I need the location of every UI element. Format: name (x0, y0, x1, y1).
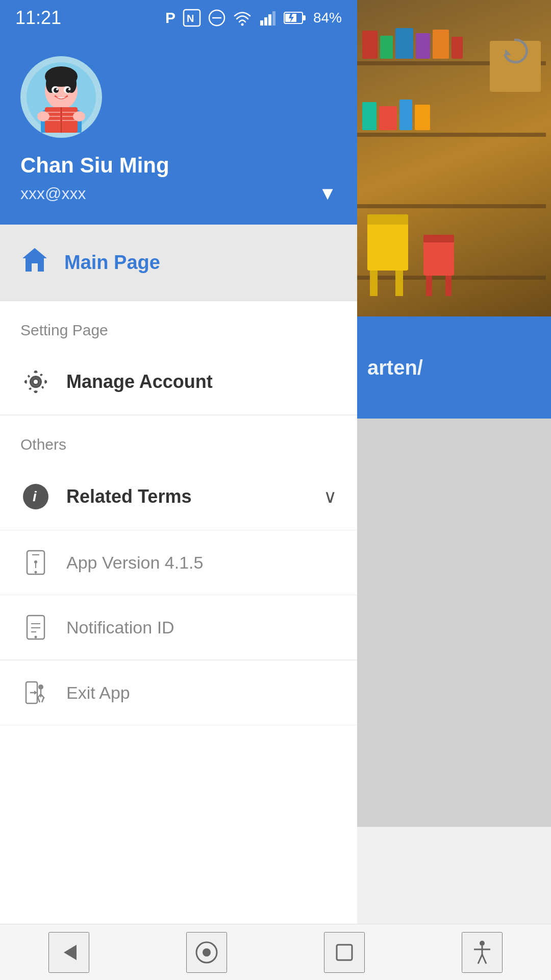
svg-rect-17 (395, 271, 403, 296)
svg-rect-14 (367, 219, 408, 271)
svg-rect-13 (415, 105, 430, 130)
svg-rect-21 (445, 276, 452, 296)
navigation-drawer: 11:21 P N (0, 0, 357, 980)
battery-percentage: 84% (313, 10, 342, 26)
dropdown-arrow-icon[interactable]: ▼ (318, 183, 337, 204)
svg-rect-98 (337, 945, 352, 960)
svg-point-70 (73, 111, 85, 121)
svg-marker-36 (505, 49, 511, 55)
svg-rect-10 (362, 102, 377, 130)
nav-item-notification-id[interactable]: Notification ID (0, 595, 357, 660)
svg-rect-48 (303, 15, 306, 20)
info-circle-icon: i (20, 483, 51, 510)
notification-svg-icon (23, 615, 48, 640)
svg-line-102 (478, 954, 482, 964)
user-name: Chan Siu Ming (20, 153, 337, 178)
svg-rect-8 (433, 30, 449, 59)
svg-rect-1 (357, 133, 546, 137)
exit-svg-icon (23, 680, 48, 705)
drawer-nav: Main Page Setting Page (0, 225, 357, 980)
drawer-header: Chan Siu Ming xxx@xxx ▼ (0, 36, 357, 225)
svg-point-59 (68, 88, 70, 90)
svg-rect-42 (260, 20, 263, 26)
exit-icon (20, 680, 51, 705)
svg-point-99 (480, 941, 485, 946)
user-email: xxx@xxx (20, 184, 86, 203)
related-terms-label: Related Terms (66, 486, 308, 507)
battery-icon (284, 10, 306, 26)
svg-marker-71 (22, 248, 47, 272)
chevron-down-icon: ∨ (323, 486, 337, 507)
svg-rect-43 (264, 17, 267, 26)
svg-point-56 (54, 88, 59, 93)
app-version-icon (20, 550, 51, 575)
svg-text:N: N (187, 13, 194, 24)
svg-rect-19 (423, 235, 454, 242)
svg-line-92 (42, 697, 44, 702)
svg-rect-9 (452, 37, 463, 59)
svg-point-80 (35, 571, 37, 574)
svg-rect-6 (395, 28, 413, 59)
main-page-label: Main Page (64, 252, 160, 274)
svg-rect-5 (380, 36, 393, 59)
nav-item-main-page[interactable]: Main Page (0, 225, 357, 301)
home-svg-icon (20, 245, 49, 274)
svg-rect-18 (423, 240, 454, 276)
square-icon (333, 941, 356, 964)
svg-point-97 (203, 948, 211, 957)
svg-text:i: i (33, 488, 37, 504)
nav-item-related-terms[interactable]: i Related Terms ∨ (0, 463, 357, 530)
status-bar: 11:21 P N (0, 0, 357, 36)
status-icons: P N (165, 8, 342, 28)
nav-item-exit-app[interactable]: Exit App (0, 660, 357, 725)
gear-svg-icon (22, 369, 49, 395)
accessibility-button[interactable] (462, 932, 503, 973)
bottom-nav (0, 924, 551, 980)
svg-point-85 (35, 636, 37, 639)
svg-marker-95 (64, 945, 77, 960)
back-button[interactable] (48, 932, 89, 973)
app-version-label: App Version 4.1.5 (66, 553, 337, 573)
setting-section-header: Setting Page (0, 301, 357, 349)
notification-id-label: Notification ID (66, 618, 337, 638)
home-icon (20, 245, 49, 280)
svg-rect-16 (370, 271, 378, 296)
status-time: 11:21 (15, 7, 61, 29)
info-svg-icon: i (22, 483, 49, 510)
nav-item-manage-account[interactable]: Manage Account (0, 349, 357, 415)
svg-rect-12 (399, 100, 412, 130)
svg-rect-2 (357, 204, 546, 208)
back-icon (56, 940, 82, 965)
refresh-button[interactable] (495, 31, 536, 71)
svg-rect-20 (426, 276, 432, 296)
svg-point-57 (66, 88, 71, 93)
phone-info-svg-icon (23, 550, 48, 575)
svg-point-41 (241, 23, 243, 26)
svg-point-73 (34, 380, 38, 384)
svg-rect-11 (379, 106, 397, 130)
home-button[interactable] (186, 932, 227, 973)
svg-point-58 (56, 88, 58, 90)
accessibility-icon (469, 939, 495, 966)
dnd-icon (208, 9, 226, 27)
svg-line-91 (38, 697, 40, 702)
signal-icon (259, 9, 277, 27)
svg-point-78 (34, 560, 37, 564)
svg-rect-4 (362, 31, 378, 59)
svg-point-69 (37, 111, 49, 121)
svg-rect-7 (416, 33, 430, 59)
circle-icon (194, 940, 219, 965)
nav-item-app-version[interactable]: App Version 4.1.5 (0, 530, 357, 595)
others-section-header: Others (0, 415, 357, 463)
avatar (20, 56, 102, 138)
exit-app-label: Exit App (66, 683, 337, 703)
svg-point-87 (38, 684, 43, 690)
svg-rect-15 (367, 214, 408, 225)
svg-rect-44 (268, 14, 271, 26)
notification-id-icon (20, 615, 51, 640)
gear-icon (20, 369, 51, 395)
nfc-icon: N (183, 9, 201, 27)
manage-account-label: Manage Account (66, 371, 337, 393)
recent-apps-button[interactable] (324, 932, 365, 973)
wifi-icon (233, 8, 252, 28)
